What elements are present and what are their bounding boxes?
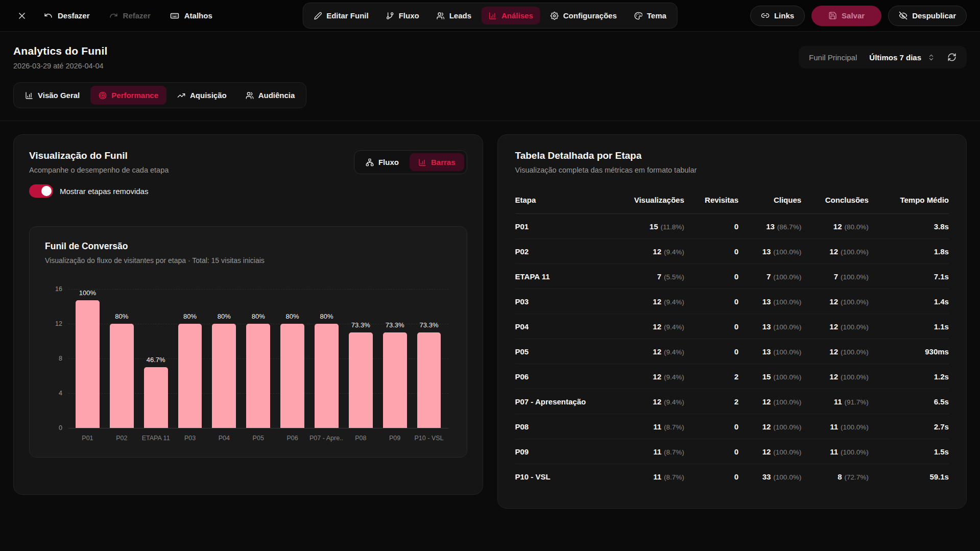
link-icon xyxy=(761,11,770,20)
view-flow-button[interactable]: Fluxo xyxy=(357,153,408,171)
table-row: P07 - Apresentação12(9.4%)212(100.0%)11(… xyxy=(515,389,949,414)
bar-slot: 80% xyxy=(241,289,275,428)
page-header: Analytics do Funil 2026-03-29 até 2026-0… xyxy=(0,32,980,70)
bar-slot: 73.3% xyxy=(378,289,412,428)
shortcuts-button[interactable]: Atalhos xyxy=(164,7,219,25)
table-cell: 11(100.0%) xyxy=(801,447,869,456)
refresh-button[interactable] xyxy=(947,53,957,62)
x-axis-label: P07 - Apre... xyxy=(309,435,344,442)
table-row: P0312(9.4%)013(100.0%)12(100.0%)1.4s xyxy=(515,289,949,314)
bar-value-label: 73.3% xyxy=(420,321,439,329)
table-cell: 12(100.0%) xyxy=(801,297,869,306)
nav-item-fluxo[interactable]: Fluxo xyxy=(379,7,426,25)
redo-button[interactable]: Refazer xyxy=(103,7,157,24)
nav-item-editar-funil[interactable]: Editar Funil xyxy=(306,7,376,25)
funnel-card-title: Visualização do Funil xyxy=(29,150,169,161)
links-button[interactable]: Links xyxy=(750,6,805,26)
table-cell: 7(5.5%) xyxy=(602,272,684,281)
redo-icon xyxy=(109,11,118,20)
table-cell: 3.8s xyxy=(869,222,949,231)
bar-slot: 46.7% xyxy=(139,289,173,428)
tab-performance[interactable]: Performance xyxy=(90,86,166,105)
table-cell: 11(100.0%) xyxy=(801,422,869,431)
nav-item-leads[interactable]: Leads xyxy=(429,7,479,25)
table-cell: 12(9.4%) xyxy=(602,297,684,306)
table-cell: 1.5s xyxy=(869,447,949,456)
close-button[interactable] xyxy=(13,7,31,25)
table-cell: 6.5s xyxy=(869,397,949,406)
bar xyxy=(144,367,168,428)
filters-group: Funil Principal Últimos 7 dias xyxy=(799,46,967,68)
column-header-etapa: Etapa xyxy=(515,196,602,204)
x-axis-label: ETAPA 11 xyxy=(139,435,173,442)
y-axis-tick: 4 xyxy=(45,390,62,397)
show-removed-steps-toggle[interactable] xyxy=(29,184,53,198)
nav-label: Fluxo xyxy=(399,11,419,20)
table-cell: 13(100.0%) xyxy=(738,247,801,256)
table-cell: 0 xyxy=(684,322,738,331)
table-cell: 2 xyxy=(684,397,738,406)
table-row: P0612(9.4%)215(100.0%)12(100.0%)1.2s xyxy=(515,364,949,389)
period-label: Últimos 7 dias xyxy=(869,53,921,62)
nav-label: Configurações xyxy=(563,11,617,20)
toggle-label: Mostrar etapas removidas xyxy=(60,187,148,196)
table-cell: 11(8.7%) xyxy=(602,422,684,431)
view-bars-label: Barras xyxy=(431,158,456,166)
bar-slot: 80% xyxy=(309,289,344,428)
column-header-visualizacoes: Visualizações xyxy=(602,196,684,204)
nav-item-configuracoes[interactable]: Configurações xyxy=(543,7,624,25)
funnel-select[interactable]: Funil Principal xyxy=(809,53,857,62)
unpublish-button[interactable]: Despublicar xyxy=(888,6,967,26)
bar-chart-icon xyxy=(418,158,426,166)
table-cell: 12(100.0%) xyxy=(801,247,869,256)
table-cell: 0 xyxy=(684,447,738,456)
bar-chart-icon xyxy=(25,91,33,100)
funnel-card-subtitle: Acompanhe o desempenho de cada etapa xyxy=(29,166,169,174)
undo-button[interactable]: Desfazer xyxy=(38,7,96,24)
table-cell: 13(100.0%) xyxy=(738,297,801,306)
table-cell: 12(9.4%) xyxy=(602,397,684,406)
table-cell: 1.2s xyxy=(869,372,949,381)
bar xyxy=(315,324,339,428)
bar-value-label: 73.3% xyxy=(386,321,404,329)
tab-label: Aquisição xyxy=(190,91,227,100)
table-row: P0512(9.4%)013(100.0%)12(100.0%)930ms xyxy=(515,339,949,364)
bar-slot: 80% xyxy=(105,289,139,428)
column-header-conclusoes: Conclusões xyxy=(801,196,869,204)
unpublish-label: Despublicar xyxy=(912,11,956,20)
x-axis-label: P09 xyxy=(378,435,412,442)
save-icon xyxy=(828,11,837,20)
bar-value-label: 46.7% xyxy=(147,356,165,364)
table-row: P0911(8.7%)012(100.0%)11(100.0%)1.5s xyxy=(515,439,949,464)
x-axis-label: P05 xyxy=(241,435,275,442)
bar-chart-x-axis: P01P02ETAPA 11P03P04P05P06P07 - Apre...P… xyxy=(68,435,448,442)
tab-audiencia[interactable]: Audiência xyxy=(237,86,303,105)
save-button[interactable]: Salvar xyxy=(811,6,881,26)
nav-item-analises[interactable]: Análises xyxy=(482,7,540,25)
bar-chart: 1612840100%80%46.7%80%80%80%80%80%73.3%7… xyxy=(68,289,448,428)
table-cell: 0 xyxy=(684,297,738,306)
table-cell: 12(100.0%) xyxy=(738,422,801,431)
table-card-subtitle: Visualização completa das métricas em fo… xyxy=(515,166,949,174)
x-axis-label: P04 xyxy=(207,435,241,442)
table-cell: 930ms xyxy=(869,347,949,356)
table-cell: 2.7s xyxy=(869,422,949,431)
y-axis-tick: 12 xyxy=(45,320,62,327)
nav-item-tema[interactable]: Tema xyxy=(627,7,674,25)
table-cell: 7(100.0%) xyxy=(801,272,869,281)
table-row: ETAPA 117(5.5%)07(100.0%)7(100.0%)7.1s xyxy=(515,264,949,289)
y-axis-tick: 16 xyxy=(45,285,62,293)
table-cell: 11(91.7%) xyxy=(801,397,869,406)
column-header-tempo-medio: Tempo Médio xyxy=(869,196,949,204)
tab-label: Visão Geral xyxy=(38,91,80,100)
links-label: Links xyxy=(774,11,794,20)
table-cell: 8(72.7%) xyxy=(801,472,869,481)
funnel-visualization-card: Visualização do Funil Acompanhe o desemp… xyxy=(13,134,483,495)
table-cell: 0 xyxy=(684,272,738,281)
tab-aquisicao[interactable]: Aquisição xyxy=(169,86,235,105)
tab-visao-geral[interactable]: Visão Geral xyxy=(17,86,88,105)
nav-label: Leads xyxy=(449,11,471,20)
table-cell: 12(100.0%) xyxy=(738,397,801,406)
period-select[interactable]: Últimos 7 dias xyxy=(869,53,935,62)
view-bars-button[interactable]: Barras xyxy=(410,153,464,171)
